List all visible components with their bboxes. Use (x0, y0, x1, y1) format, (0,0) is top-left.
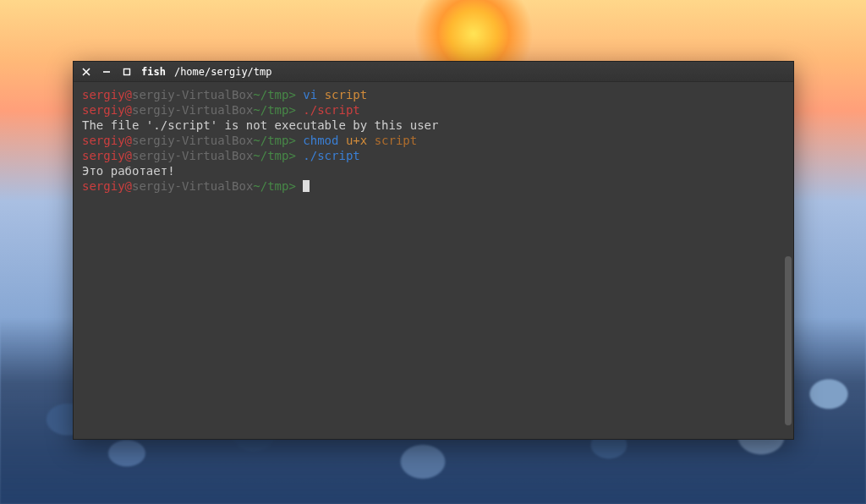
terminal-body[interactable]: sergiy@sergiy-VirtualBox~/tmp> vi script… (74, 82, 793, 439)
terminal-line: Это работает! (82, 163, 785, 178)
close-icon[interactable] (80, 66, 92, 78)
minimize-icon[interactable] (101, 66, 112, 78)
terminal-line: sergiy@sergiy-VirtualBox~/tmp> chmod u+x… (82, 133, 785, 148)
window-subtitle: /home/sergiy/tmp (174, 66, 272, 78)
svg-rect-0 (124, 68, 130, 74)
terminal-window: fish /home/sergiy/tmp sergiy@sergiy-Virt… (73, 61, 794, 440)
terminal-line: sergiy@sergiy-VirtualBox~/tmp> ./script (82, 102, 785, 118)
terminal-line: The file './script' is not executable by… (82, 118, 785, 133)
titlebar[interactable]: fish /home/sergiy/tmp (74, 62, 793, 82)
window-title: fish (141, 66, 166, 78)
terminal-line: sergiy@sergiy-VirtualBox~/tmp> vi script (82, 87, 785, 102)
terminal-line: sergiy@sergiy-VirtualBox~/tmp> ./script (82, 148, 785, 163)
cursor (303, 180, 310, 192)
scrollbar[interactable] (785, 256, 792, 425)
terminal-line: sergiy@sergiy-VirtualBox~/tmp> (82, 178, 785, 194)
desktop-wallpaper: fish /home/sergiy/tmp sergiy@sergiy-Virt… (0, 0, 866, 504)
maximize-icon[interactable] (121, 66, 133, 78)
